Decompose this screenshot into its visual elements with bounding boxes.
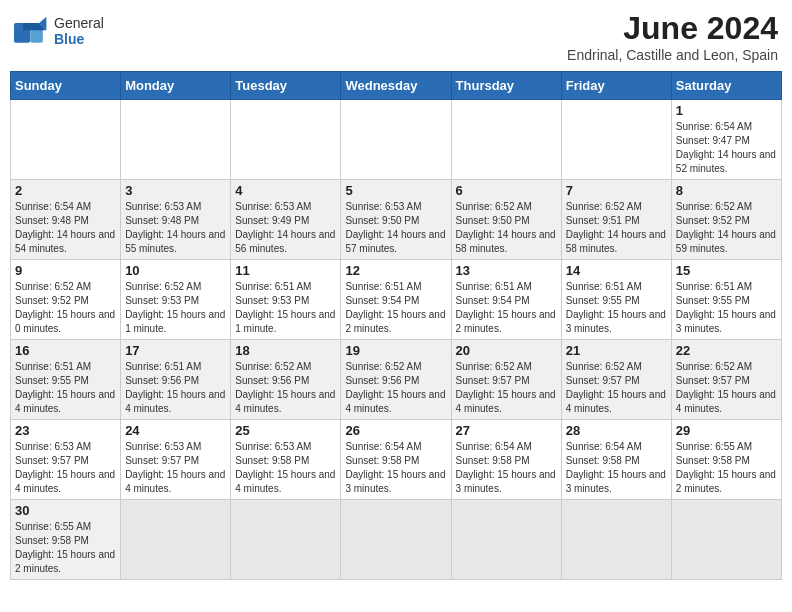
day-info: Sunrise: 6:51 AM Sunset: 9:54 PM Dayligh…	[456, 280, 557, 336]
calendar-cell: 11Sunrise: 6:51 AM Sunset: 9:53 PM Dayli…	[231, 260, 341, 340]
day-info: Sunrise: 6:52 AM Sunset: 9:57 PM Dayligh…	[566, 360, 667, 416]
day-number: 28	[566, 423, 667, 438]
svg-text:General: General	[16, 43, 37, 49]
calendar-cell: 15Sunrise: 6:51 AM Sunset: 9:55 PM Dayli…	[671, 260, 781, 340]
calendar-cell	[231, 100, 341, 180]
day-info: Sunrise: 6:53 AM Sunset: 9:49 PM Dayligh…	[235, 200, 336, 256]
calendar-week-row: 1Sunrise: 6:54 AM Sunset: 9:47 PM Daylig…	[11, 100, 782, 180]
calendar-cell	[561, 500, 671, 580]
column-header-monday: Monday	[121, 72, 231, 100]
day-number: 18	[235, 343, 336, 358]
calendar-cell: 30Sunrise: 6:55 AM Sunset: 9:58 PM Dayli…	[11, 500, 121, 580]
calendar-cell: 8Sunrise: 6:52 AM Sunset: 9:52 PM Daylig…	[671, 180, 781, 260]
day-info: Sunrise: 6:51 AM Sunset: 9:55 PM Dayligh…	[15, 360, 116, 416]
day-info: Sunrise: 6:55 AM Sunset: 9:58 PM Dayligh…	[676, 440, 777, 496]
day-info: Sunrise: 6:54 AM Sunset: 9:48 PM Dayligh…	[15, 200, 116, 256]
day-number: 20	[456, 343, 557, 358]
day-number: 21	[566, 343, 667, 358]
day-info: Sunrise: 6:54 AM Sunset: 9:58 PM Dayligh…	[345, 440, 446, 496]
calendar-cell: 19Sunrise: 6:52 AM Sunset: 9:56 PM Dayli…	[341, 340, 451, 420]
day-info: Sunrise: 6:53 AM Sunset: 9:57 PM Dayligh…	[125, 440, 226, 496]
calendar-cell: 20Sunrise: 6:52 AM Sunset: 9:57 PM Dayli…	[451, 340, 561, 420]
calendar-cell: 26Sunrise: 6:54 AM Sunset: 9:58 PM Dayli…	[341, 420, 451, 500]
logo-text: General Blue	[54, 10, 134, 54]
day-info: Sunrise: 6:53 AM Sunset: 9:48 PM Dayligh…	[125, 200, 226, 256]
day-number: 13	[456, 263, 557, 278]
calendar-cell: 14Sunrise: 6:51 AM Sunset: 9:55 PM Dayli…	[561, 260, 671, 340]
calendar-week-row: 23Sunrise: 6:53 AM Sunset: 9:57 PM Dayli…	[11, 420, 782, 500]
calendar-header-row: SundayMondayTuesdayWednesdayThursdayFrid…	[11, 72, 782, 100]
calendar-cell: 9Sunrise: 6:52 AM Sunset: 9:52 PM Daylig…	[11, 260, 121, 340]
day-info: Sunrise: 6:52 AM Sunset: 9:57 PM Dayligh…	[676, 360, 777, 416]
day-number: 8	[676, 183, 777, 198]
calendar-cell: 10Sunrise: 6:52 AM Sunset: 9:53 PM Dayli…	[121, 260, 231, 340]
calendar-cell: 7Sunrise: 6:52 AM Sunset: 9:51 PM Daylig…	[561, 180, 671, 260]
column-header-saturday: Saturday	[671, 72, 781, 100]
day-info: Sunrise: 6:52 AM Sunset: 9:57 PM Dayligh…	[456, 360, 557, 416]
day-info: Sunrise: 6:54 AM Sunset: 9:58 PM Dayligh…	[566, 440, 667, 496]
calendar-cell: 29Sunrise: 6:55 AM Sunset: 9:58 PM Dayli…	[671, 420, 781, 500]
day-info: Sunrise: 6:52 AM Sunset: 9:52 PM Dayligh…	[676, 200, 777, 256]
calendar-week-row: 9Sunrise: 6:52 AM Sunset: 9:52 PM Daylig…	[11, 260, 782, 340]
day-number: 7	[566, 183, 667, 198]
calendar-week-row: 16Sunrise: 6:51 AM Sunset: 9:55 PM Dayli…	[11, 340, 782, 420]
day-info: Sunrise: 6:51 AM Sunset: 9:55 PM Dayligh…	[566, 280, 667, 336]
day-info: Sunrise: 6:52 AM Sunset: 9:50 PM Dayligh…	[456, 200, 557, 256]
day-number: 16	[15, 343, 116, 358]
page-header: General General Blue June 2024 Endrinal,…	[10, 10, 782, 63]
calendar-cell: 17Sunrise: 6:51 AM Sunset: 9:56 PM Dayli…	[121, 340, 231, 420]
day-number: 17	[125, 343, 226, 358]
day-info: Sunrise: 6:52 AM Sunset: 9:53 PM Dayligh…	[125, 280, 226, 336]
calendar-cell: 21Sunrise: 6:52 AM Sunset: 9:57 PM Dayli…	[561, 340, 671, 420]
day-info: Sunrise: 6:51 AM Sunset: 9:55 PM Dayligh…	[676, 280, 777, 336]
day-number: 12	[345, 263, 446, 278]
calendar-cell: 28Sunrise: 6:54 AM Sunset: 9:58 PM Dayli…	[561, 420, 671, 500]
svg-rect-1	[30, 28, 43, 42]
day-number: 6	[456, 183, 557, 198]
calendar-cell: 1Sunrise: 6:54 AM Sunset: 9:47 PM Daylig…	[671, 100, 781, 180]
column-header-tuesday: Tuesday	[231, 72, 341, 100]
calendar-cell: 24Sunrise: 6:53 AM Sunset: 9:57 PM Dayli…	[121, 420, 231, 500]
day-info: Sunrise: 6:53 AM Sunset: 9:57 PM Dayligh…	[15, 440, 116, 496]
calendar-cell: 5Sunrise: 6:53 AM Sunset: 9:50 PM Daylig…	[341, 180, 451, 260]
calendar-cell: 6Sunrise: 6:52 AM Sunset: 9:50 PM Daylig…	[451, 180, 561, 260]
calendar-cell: 18Sunrise: 6:52 AM Sunset: 9:56 PM Dayli…	[231, 340, 341, 420]
day-info: Sunrise: 6:53 AM Sunset: 9:50 PM Dayligh…	[345, 200, 446, 256]
svg-text:Blue: Blue	[54, 31, 85, 47]
day-number: 10	[125, 263, 226, 278]
calendar-week-row: 2Sunrise: 6:54 AM Sunset: 9:48 PM Daylig…	[11, 180, 782, 260]
day-number: 26	[345, 423, 446, 438]
calendar-cell: 25Sunrise: 6:53 AM Sunset: 9:58 PM Dayli…	[231, 420, 341, 500]
day-info: Sunrise: 6:54 AM Sunset: 9:47 PM Dayligh…	[676, 120, 777, 176]
calendar-cell: 2Sunrise: 6:54 AM Sunset: 9:48 PM Daylig…	[11, 180, 121, 260]
location-subtitle: Endrinal, Castille and Leon, Spain	[567, 47, 778, 63]
day-number: 9	[15, 263, 116, 278]
calendar-cell: 16Sunrise: 6:51 AM Sunset: 9:55 PM Dayli…	[11, 340, 121, 420]
calendar-cell: 4Sunrise: 6:53 AM Sunset: 9:49 PM Daylig…	[231, 180, 341, 260]
calendar-cell	[11, 100, 121, 180]
day-number: 23	[15, 423, 116, 438]
day-number: 30	[15, 503, 116, 518]
day-number: 14	[566, 263, 667, 278]
day-number: 2	[15, 183, 116, 198]
day-number: 24	[125, 423, 226, 438]
calendar-cell	[121, 100, 231, 180]
day-number: 29	[676, 423, 777, 438]
day-number: 19	[345, 343, 446, 358]
column-header-thursday: Thursday	[451, 72, 561, 100]
svg-text:General: General	[54, 15, 104, 31]
column-header-wednesday: Wednesday	[341, 72, 451, 100]
calendar-cell: 22Sunrise: 6:52 AM Sunset: 9:57 PM Dayli…	[671, 340, 781, 420]
day-info: Sunrise: 6:51 AM Sunset: 9:53 PM Dayligh…	[235, 280, 336, 336]
calendar-cell	[451, 500, 561, 580]
day-info: Sunrise: 6:55 AM Sunset: 9:58 PM Dayligh…	[15, 520, 116, 576]
calendar-table: SundayMondayTuesdayWednesdayThursdayFrid…	[10, 71, 782, 580]
calendar-cell: 23Sunrise: 6:53 AM Sunset: 9:57 PM Dayli…	[11, 420, 121, 500]
logo: General General Blue	[14, 10, 134, 54]
calendar-cell	[451, 100, 561, 180]
day-info: Sunrise: 6:51 AM Sunset: 9:54 PM Dayligh…	[345, 280, 446, 336]
day-info: Sunrise: 6:52 AM Sunset: 9:56 PM Dayligh…	[345, 360, 446, 416]
day-info: Sunrise: 6:52 AM Sunset: 9:56 PM Dayligh…	[235, 360, 336, 416]
day-info: Sunrise: 6:54 AM Sunset: 9:58 PM Dayligh…	[456, 440, 557, 496]
calendar-cell	[561, 100, 671, 180]
